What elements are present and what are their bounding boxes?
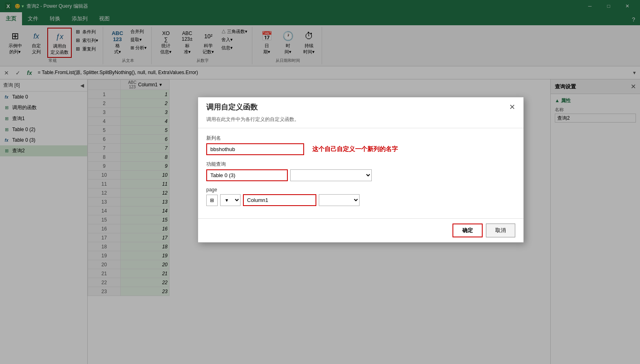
modal-footer: 确定 取消 [198, 218, 523, 242]
modal-overlay: 调用自定义函数 ✕ 调用在此文件中为各行定义的自定义函数。 新列名 这个自己自定… [0, 0, 640, 364]
modal-page-label: page [206, 187, 515, 193]
modal-func-query-label: 功能查询 [206, 161, 515, 168]
modal-page-icon-btn[interactable]: ⊞ [206, 195, 218, 206]
modal-title: 调用自定义函数 [206, 102, 258, 112]
modal-page-value-select[interactable] [319, 194, 360, 206]
modal-body: 新列名 这个自己自定义一个新列的名字 功能查询 page [198, 128, 523, 218]
annotation-text: 这个自己自定义一个新列的名字 [312, 145, 398, 153]
modal-new-col-input[interactable] [206, 143, 304, 155]
modal-header: 调用自定义函数 ✕ [198, 97, 523, 114]
modal-confirm-button[interactable]: 确定 [452, 224, 483, 237]
modal-page-type-select[interactable]: ▾ [220, 194, 241, 206]
modal-new-col-field: 新列名 这个自己自定义一个新列的名字 [206, 135, 515, 155]
modal-func-query-field: 功能查询 [206, 161, 515, 181]
modal-close-button[interactable]: ✕ [509, 103, 515, 112]
modal-new-col-label: 新列名 [206, 135, 515, 142]
modal-func-query-input[interactable] [206, 169, 288, 181]
modal-page-icon: ⊞ [210, 197, 214, 203]
modal-page-field: page ⊞ ▾ [206, 187, 515, 206]
modal-cancel-button[interactable]: 取消 [486, 224, 515, 237]
modal-subtitle: 调用在此文件中为各行定义的自定义函数。 [198, 114, 523, 128]
modal-page-row: ⊞ ▾ [206, 194, 515, 206]
invoke-function-modal: 调用自定义函数 ✕ 调用在此文件中为各行定义的自定义函数。 新列名 这个自己自定… [198, 97, 524, 243]
modal-func-query-select[interactable] [290, 169, 372, 181]
modal-page-value-input[interactable] [243, 194, 316, 206]
